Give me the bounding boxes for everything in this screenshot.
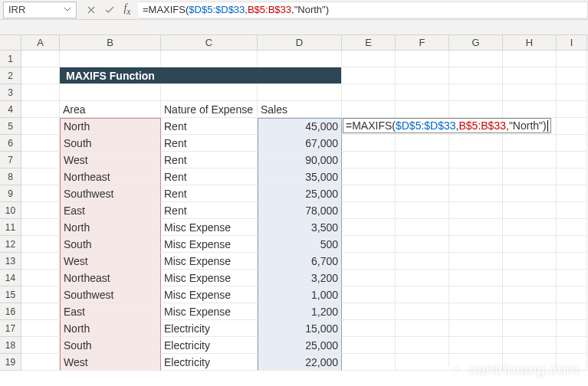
cell[interactable] (449, 51, 503, 67)
cell[interactable] (557, 286, 587, 303)
cell[interactable] (342, 253, 396, 270)
cell[interactable] (557, 185, 587, 202)
row-header[interactable]: 3 (0, 84, 21, 101)
cell[interactable] (342, 303, 396, 320)
col-header-I[interactable]: I (557, 35, 587, 50)
cell[interactable]: Misc Expense (161, 219, 258, 236)
cell[interactable] (21, 236, 60, 253)
cell[interactable] (557, 337, 587, 354)
cell[interactable] (557, 67, 587, 84)
cell[interactable] (557, 168, 587, 185)
cell[interactable] (557, 118, 587, 135)
cell[interactable] (342, 67, 396, 84)
cell[interactable] (503, 253, 557, 270)
cell[interactable]: Electricity (161, 320, 258, 337)
title-cell[interactable]: MAXIFS Function (60, 67, 342, 84)
cell[interactable]: 15,000 (258, 320, 342, 337)
select-all-corner[interactable] (0, 35, 21, 50)
cell[interactable] (396, 101, 449, 118)
cell[interactable] (449, 202, 503, 219)
cell[interactable]: South (60, 337, 161, 354)
cell[interactable] (503, 236, 557, 253)
col-header-D[interactable]: D (258, 35, 342, 50)
cell[interactable]: Southwest (60, 185, 161, 202)
cell[interactable]: 25,000 (258, 337, 342, 354)
cell[interactable] (342, 354, 396, 371)
col-header-H[interactable]: H (503, 35, 557, 50)
cell[interactable]: North (60, 118, 161, 135)
cell[interactable]: Misc Expense (161, 253, 258, 270)
cell[interactable]: 45,000 (258, 118, 342, 135)
row-header[interactable]: 16 (0, 303, 21, 320)
row-header[interactable]: 18 (0, 337, 21, 354)
cell[interactable] (342, 236, 396, 253)
cell[interactable] (21, 101, 60, 118)
cell[interactable]: Northeast (60, 270, 161, 286)
cell[interactable] (503, 51, 557, 67)
cell[interactable] (21, 253, 60, 270)
cell[interactable] (21, 202, 60, 219)
cell[interactable] (396, 67, 449, 84)
cell[interactable]: Rent (161, 185, 258, 202)
cell[interactable] (557, 219, 587, 236)
row-header[interactable]: 2 (0, 67, 21, 84)
cell[interactable] (557, 320, 587, 337)
cell[interactable] (503, 185, 557, 202)
cell[interactable] (396, 168, 449, 185)
cell[interactable] (449, 303, 503, 320)
row-header[interactable]: 5 (0, 118, 21, 135)
col-header-G[interactable]: G (449, 35, 503, 50)
cell[interactable] (557, 202, 587, 219)
fx-icon[interactable]: fx (120, 2, 135, 17)
cell[interactable] (21, 303, 60, 320)
row-header[interactable]: 19 (0, 354, 21, 371)
cell[interactable]: 1,200 (258, 303, 342, 320)
cell[interactable] (396, 236, 449, 253)
row-header[interactable]: 14 (0, 270, 21, 286)
col-header-A[interactable]: A (21, 35, 60, 50)
cell[interactable] (396, 354, 449, 371)
cell[interactable] (557, 135, 587, 152)
cell[interactable]: East (60, 202, 161, 219)
cell[interactable]: South (60, 135, 161, 152)
cell[interactable]: 67,000 (258, 135, 342, 152)
cell[interactable] (21, 286, 60, 303)
cell[interactable] (557, 51, 587, 67)
row-header[interactable]: 7 (0, 152, 21, 168)
cell[interactable] (342, 101, 396, 118)
cell[interactable] (21, 320, 60, 337)
cell[interactable]: West (60, 152, 161, 168)
header-sales[interactable]: Sales (258, 101, 342, 118)
cell[interactable] (449, 236, 503, 253)
cell[interactable] (396, 219, 449, 236)
cell[interactable] (449, 168, 503, 185)
cell[interactable] (342, 168, 396, 185)
header-nature[interactable]: Nature of Expense (161, 101, 258, 118)
cancel-button[interactable] (83, 2, 100, 18)
cell[interactable] (557, 253, 587, 270)
cell[interactable] (21, 337, 60, 354)
cell[interactable] (21, 84, 60, 101)
cell[interactable]: Electricity (161, 337, 258, 354)
row-header[interactable]: 13 (0, 253, 21, 270)
cell[interactable] (21, 135, 60, 152)
cell[interactable] (342, 202, 396, 219)
cell[interactable]: West (60, 354, 161, 371)
cell[interactable] (342, 135, 396, 152)
cell[interactable]: 3,200 (258, 270, 342, 286)
cell[interactable] (342, 219, 396, 236)
cell[interactable]: South (60, 236, 161, 253)
cell[interactable]: 90,000 (258, 152, 342, 168)
cell[interactable] (342, 51, 396, 67)
cell[interactable]: Misc Expense (161, 236, 258, 253)
cell[interactable] (258, 51, 342, 67)
row-header[interactable]: 8 (0, 168, 21, 185)
cell[interactable]: 1,000 (258, 286, 342, 303)
cell[interactable] (396, 320, 449, 337)
name-box[interactable]: IRR (3, 2, 77, 18)
cell[interactable] (449, 219, 503, 236)
cell[interactable] (503, 270, 557, 286)
cell[interactable] (503, 135, 557, 152)
cell[interactable]: Rent (161, 202, 258, 219)
cell[interactable] (21, 185, 60, 202)
